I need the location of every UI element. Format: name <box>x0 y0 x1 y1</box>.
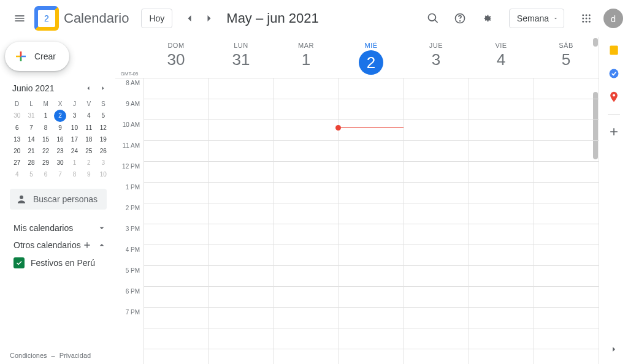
hour-cell[interactable] <box>209 183 274 203</box>
mini-day-cell[interactable]: 3 <box>96 157 110 169</box>
hour-cell[interactable] <box>534 162 599 183</box>
mini-day-cell[interactable]: 2 <box>54 110 66 122</box>
hour-cell[interactable] <box>534 141 599 162</box>
hour-cell[interactable] <box>469 183 534 203</box>
hour-cell[interactable] <box>209 287 274 308</box>
hour-cell[interactable] <box>469 224 534 245</box>
keep-app-button[interactable] <box>608 44 620 56</box>
hour-cell[interactable] <box>534 245 599 266</box>
hour-cell[interactable] <box>209 141 274 162</box>
google-apps-button[interactable] <box>574 6 599 31</box>
hour-cell[interactable] <box>209 308 274 328</box>
hour-cell[interactable] <box>404 203 469 224</box>
hour-cell[interactable] <box>534 203 599 224</box>
hour-cell[interactable] <box>469 349 534 364</box>
hour-cell[interactable] <box>534 78 599 99</box>
view-selector[interactable]: Semana <box>509 9 564 28</box>
day-column[interactable] <box>144 78 209 364</box>
hour-cell[interactable] <box>469 120 534 141</box>
hour-cell[interactable] <box>404 287 469 308</box>
terms-link[interactable]: Condiciones <box>10 352 47 359</box>
mini-day-cell[interactable]: 22 <box>39 145 53 157</box>
mini-day-cell[interactable]: 30 <box>10 110 24 122</box>
hour-cell[interactable] <box>339 328 404 349</box>
hour-cell[interactable] <box>469 78 534 99</box>
mini-day-cell[interactable]: 4 <box>82 110 96 122</box>
hour-cell[interactable] <box>534 328 599 349</box>
mini-day-cell[interactable]: 26 <box>96 145 110 157</box>
hour-cell[interactable] <box>209 245 274 266</box>
today-button[interactable]: Hoy <box>141 9 172 28</box>
mini-day-cell[interactable]: 20 <box>10 145 24 157</box>
hour-cell[interactable] <box>339 245 404 266</box>
prev-week-button[interactable] <box>180 9 199 28</box>
search-people-input[interactable]: Buscar personas <box>10 189 107 210</box>
hour-cell[interactable] <box>274 266 339 287</box>
hour-cell[interactable] <box>404 78 469 99</box>
hour-cell[interactable] <box>274 183 339 203</box>
mini-next-month[interactable] <box>96 82 110 94</box>
scroll-up-arrow[interactable] <box>593 38 598 47</box>
hour-cell[interactable] <box>469 287 534 308</box>
mini-day-cell[interactable]: 24 <box>67 145 82 157</box>
mini-day-cell[interactable]: 12 <box>96 122 110 134</box>
mini-day-cell[interactable]: 7 <box>24 122 38 134</box>
mini-day-cell[interactable]: 19 <box>96 134 110 145</box>
maps-app-button[interactable] <box>608 91 620 103</box>
mini-day-cell[interactable]: 23 <box>53 145 67 157</box>
mini-day-cell[interactable]: 5 <box>96 110 110 122</box>
hour-cell[interactable] <box>144 266 209 287</box>
hour-cell[interactable] <box>404 162 469 183</box>
main-menu-button[interactable] <box>5 4 34 33</box>
hour-cell[interactable] <box>469 328 534 349</box>
hour-cell[interactable] <box>274 162 339 183</box>
hour-cell[interactable] <box>339 162 404 183</box>
day-column[interactable] <box>404 78 469 364</box>
hour-cell[interactable] <box>209 266 274 287</box>
mini-day-cell[interactable]: 27 <box>10 157 24 169</box>
hour-cell[interactable] <box>534 287 599 308</box>
hour-cell[interactable] <box>404 120 469 141</box>
mini-day-cell[interactable]: 28 <box>24 157 38 169</box>
hour-cell[interactable] <box>274 287 339 308</box>
hour-cell[interactable] <box>469 308 534 328</box>
hour-cell[interactable] <box>144 120 209 141</box>
mini-day-cell[interactable]: 7 <box>53 169 67 180</box>
hour-cell[interactable] <box>274 328 339 349</box>
privacy-link[interactable]: Privacidad <box>59 352 91 359</box>
hour-cell[interactable] <box>339 287 404 308</box>
mini-day-cell[interactable]: 8 <box>39 122 53 134</box>
hour-cell[interactable] <box>469 162 534 183</box>
hour-cell[interactable] <box>404 349 469 364</box>
hour-cell[interactable] <box>209 203 274 224</box>
hour-cell[interactable] <box>339 224 404 245</box>
mini-day-cell[interactable]: 31 <box>24 110 38 122</box>
hour-cell[interactable] <box>339 120 404 141</box>
mini-day-cell[interactable]: 1 <box>39 110 53 122</box>
tasks-app-button[interactable] <box>608 67 620 80</box>
hour-cell[interactable] <box>209 162 274 183</box>
my-calendars-section[interactable]: Mis calendarios <box>5 218 115 235</box>
hour-cell[interactable] <box>144 245 209 266</box>
hour-cell[interactable] <box>209 120 274 141</box>
hour-cell[interactable] <box>274 349 339 364</box>
hour-cell[interactable] <box>339 183 404 203</box>
hour-cell[interactable] <box>534 183 599 203</box>
hour-cell[interactable] <box>144 141 209 162</box>
hour-cell[interactable] <box>274 120 339 141</box>
calendar-item[interactable]: Festivos en Perú <box>12 255 108 271</box>
mini-day-cell[interactable]: 9 <box>53 122 67 134</box>
mini-day-cell[interactable]: 9 <box>82 169 96 180</box>
day-header[interactable]: MIÉ2 <box>339 37 404 78</box>
plus-icon[interactable] <box>82 240 92 250</box>
create-button[interactable]: Crear <box>5 42 69 71</box>
mini-day-cell[interactable]: 29 <box>39 157 53 169</box>
mini-day-cell[interactable]: 11 <box>82 122 96 134</box>
hour-cell[interactable] <box>144 203 209 224</box>
settings-button[interactable] <box>475 6 499 31</box>
account-avatar[interactable]: d <box>603 9 623 28</box>
hour-cell[interactable] <box>144 349 209 364</box>
mini-day-cell[interactable]: 25 <box>82 145 96 157</box>
mini-day-cell[interactable]: 8 <box>67 169 82 180</box>
mini-day-cell[interactable]: 10 <box>67 122 82 134</box>
